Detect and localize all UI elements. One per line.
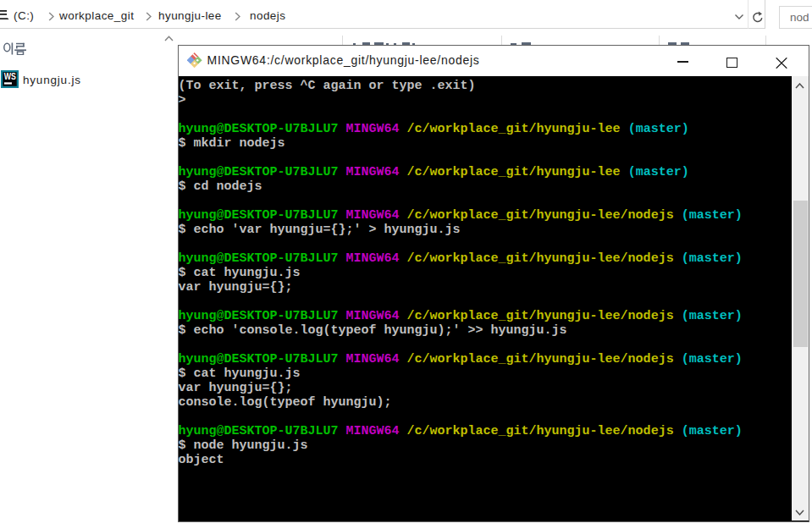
svg-text:WS: WS — [4, 71, 16, 81]
